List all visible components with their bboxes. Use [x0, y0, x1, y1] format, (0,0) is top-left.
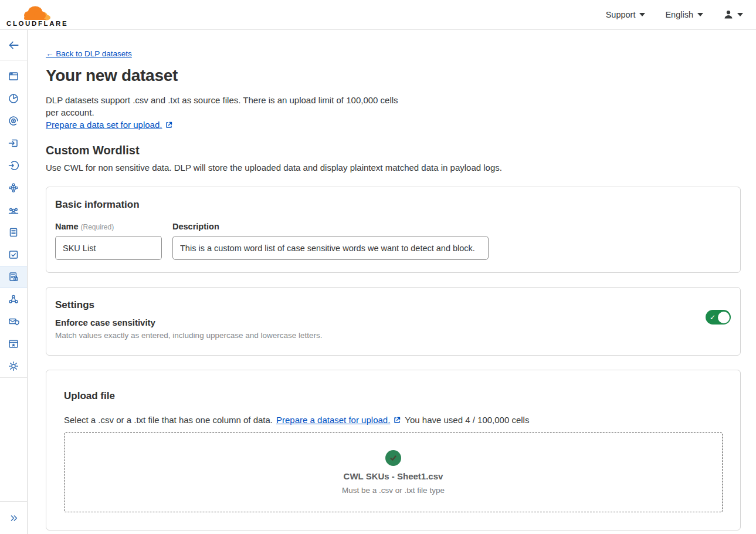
top-header: CLOUDFLARE Support English: [0, 0, 756, 30]
basic-information-card: Basic information Name(Required) Descrip…: [46, 187, 741, 273]
nodes-icon: [8, 293, 19, 305]
name-field-group: Name(Required): [55, 222, 162, 260]
basic-information-title: Basic information: [55, 199, 731, 211]
sidebar-item-email-security[interactable]: [0, 310, 27, 333]
name-input[interactable]: [55, 236, 162, 260]
sidebar-item-access[interactable]: [0, 154, 27, 177]
description-input[interactable]: [172, 236, 489, 260]
settings-title: Settings: [55, 299, 731, 311]
upload-file-card: Upload file Select a .csv or a .txt file…: [46, 370, 741, 530]
page-title: Your new dataset: [46, 66, 741, 85]
name-label: Name(Required): [55, 222, 162, 231]
cloudflare-logo[interactable]: CLOUDFLARE: [0, 3, 68, 27]
enforce-case-sensitivity-description: Match values exactly as entered, includi…: [55, 331, 731, 340]
upload-instructions: Select a .csv or a .txt file that has on…: [64, 415, 273, 425]
language-menu[interactable]: English: [665, 10, 703, 19]
pie-chart-icon: [8, 93, 19, 104]
settings-card: Settings Enforce case sensitivity Match …: [46, 287, 741, 356]
external-link-icon: [165, 121, 173, 129]
sidebar-item-my-team[interactable]: [0, 199, 27, 221]
uploaded-file-name: CWL SKUs - Sheet1.csv: [344, 471, 443, 481]
double-chevron-right-icon: [8, 513, 19, 523]
sidebar-item-logs[interactable]: [0, 221, 27, 244]
enforce-case-sensitivity-toggle[interactable]: ✓: [706, 310, 731, 325]
logs-icon: [8, 227, 19, 238]
team-icon: [8, 204, 19, 216]
rings-icon: [8, 115, 19, 127]
custom-wordlist-heading: Custom Wordlist: [46, 144, 741, 157]
upload-success-check-icon: [385, 450, 401, 466]
network-graph-icon: [8, 182, 19, 194]
sidebar-item-risk-review[interactable]: [0, 244, 27, 266]
access-icon: [8, 160, 19, 171]
cells-usage-text: You have used 4 / 100,000 cells: [405, 415, 529, 425]
dlp-dataset-lock-icon: [8, 271, 19, 283]
prepare-dataset-upload-link-label: Prepare a dataset for upload.: [276, 415, 390, 425]
language-label: English: [665, 10, 693, 19]
sidebar-item-service-nodes[interactable]: [0, 288, 27, 310]
external-link-icon: [393, 416, 401, 424]
prepare-dataset-link-label: Prepare a data set for upload.: [46, 120, 162, 130]
sidebar-item-browser-isolation[interactable]: [0, 333, 27, 355]
account-menu[interactable]: [723, 9, 743, 20]
intro-text: DLP datasets support .csv and .txt as so…: [46, 94, 409, 119]
gateway-icon: [8, 137, 19, 149]
back-arrow-icon: [7, 39, 20, 52]
sidebar-item-gateway[interactable]: [0, 132, 27, 154]
email-shield-icon: [8, 316, 19, 327]
sidebar-item-dashboard[interactable]: [0, 65, 27, 87]
dashboard-icon: [8, 70, 19, 82]
chevron-down-icon: [639, 13, 645, 16]
sidebar-item-analytics[interactable]: [0, 87, 27, 110]
required-hint: (Required): [81, 223, 114, 231]
upload-file-title: Upload file: [64, 390, 723, 402]
box-check-icon: [8, 249, 19, 261]
custom-wordlist-description: Use CWL for non sensitive data. DLP will…: [46, 163, 741, 173]
chevron-down-icon: [737, 13, 743, 16]
file-type-hint: Must be a .csv or .txt file type: [342, 486, 445, 495]
file-dropzone[interactable]: CWL SKUs - Sheet1.csv Must be a .csv or …: [64, 432, 723, 512]
prepare-dataset-upload-link[interactable]: Prepare a dataset for upload.: [276, 415, 401, 425]
left-sidebar: [0, 30, 28, 534]
user-icon: [723, 9, 734, 20]
toggle-knob: [718, 312, 730, 323]
sidebar-back-button[interactable]: [0, 30, 27, 60]
prepare-dataset-link[interactable]: Prepare a data set for upload.: [46, 120, 173, 130]
description-field-group: Description: [172, 222, 489, 260]
sidebar-item-settings[interactable]: [0, 355, 27, 377]
sidebar-item-zero-trust-overview[interactable]: [0, 110, 27, 132]
cloudflare-wordmark: CLOUDFLARE: [6, 20, 68, 27]
sidebar-item-network[interactable]: [0, 177, 27, 199]
gear-icon: [8, 360, 19, 372]
description-label: Description: [172, 222, 489, 231]
sidebar-expand-button[interactable]: [0, 501, 27, 534]
browser-star-icon: [8, 338, 19, 350]
support-label: Support: [606, 10, 636, 19]
enforce-case-sensitivity-label: Enforce case sensitivity: [55, 317, 731, 327]
support-menu[interactable]: Support: [606, 10, 646, 19]
sidebar-item-dlp[interactable]: [0, 266, 27, 288]
cloudflare-cloud-icon: [21, 5, 55, 21]
main-content: ← Back to DLP datasets Your new dataset …: [28, 30, 756, 534]
chevron-down-icon: [697, 13, 703, 16]
back-to-dlp-datasets-link[interactable]: ← Back to DLP datasets: [46, 49, 132, 58]
toggle-check-icon: ✓: [710, 314, 716, 321]
